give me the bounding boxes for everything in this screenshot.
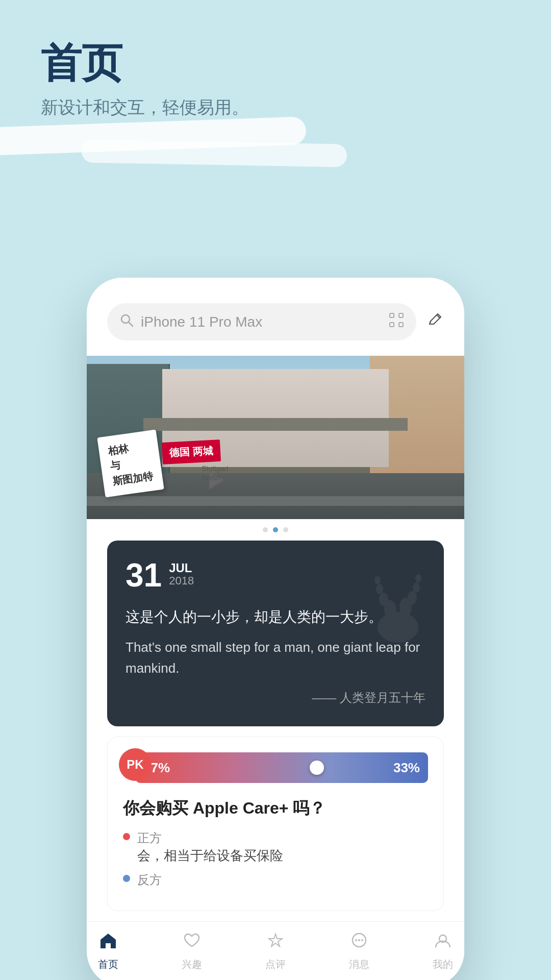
svg-point-9 <box>379 593 388 606</box>
messages-icon <box>350 932 368 953</box>
quote-attribution: —— 人类登月五十年 <box>126 690 425 706</box>
quote-day: 31 <box>126 559 162 592</box>
page-header: 首页 新设计和交互，轻便易用。 <box>0 0 551 135</box>
carousel-dots <box>87 519 464 541</box>
search-bar: iPhone 11 Pro Max <box>107 303 444 340</box>
nav-item-profile[interactable]: 我的 <box>401 932 464 971</box>
edit-icon[interactable] <box>427 311 444 333</box>
svg-line-1 <box>129 322 133 326</box>
pk-con-dot <box>123 875 130 882</box>
banner-image: 柏林与斯图加特 德国 两城 Stuttgar <box>87 356 464 519</box>
svg-point-18 <box>361 939 363 941</box>
pk-gradient-bar: 67% 33% <box>135 752 428 783</box>
pk-card: PK 67% 33% 你会购买 Apple Care+ 吗？ 正方 会，相当于给… <box>107 737 444 911</box>
quote-card: 31 JUL 2018 这是个人的一小步，却是人类的一大步。 That's on… <box>107 541 444 726</box>
profile-icon <box>434 932 452 953</box>
search-input-wrapper[interactable]: iPhone 11 Pro Max <box>107 303 416 340</box>
nav-label-messages: 消息 <box>349 958 369 971</box>
pk-right-percent: 33% <box>393 760 420 775</box>
banner-section: 柏林与斯图加特 德国 两城 Stuttgar <box>87 356 464 541</box>
pk-pro-side: 正方 会，相当于给设备买保险 <box>123 830 428 865</box>
pk-slider-thumb[interactable] <box>310 761 324 775</box>
footprint-decoration <box>362 556 434 650</box>
quote-year: 2018 <box>169 574 194 587</box>
home-icon <box>99 932 117 953</box>
svg-rect-2 <box>390 313 394 317</box>
pk-question: 你会购买 Apple Care+ 吗？ <box>123 797 428 820</box>
banner-tag: 德国 两城 <box>169 445 213 458</box>
page-title: 首页 <box>41 41 510 86</box>
pk-con-side: 反方 <box>123 872 428 888</box>
nav-label-interests: 兴趣 <box>182 958 202 971</box>
nav-item-home[interactable]: 首页 <box>87 932 150 971</box>
svg-point-11 <box>376 584 383 594</box>
nav-item-reviews[interactable]: 点评 <box>234 932 317 971</box>
scan-icon[interactable] <box>389 312 404 331</box>
pk-bar-section: PK 67% 33% <box>123 752 428 783</box>
reviews-icon <box>266 932 285 953</box>
pk-pro-content: 会，相当于给设备买保险 <box>137 846 283 865</box>
phone-mockup: iPhone 11 Pro Max <box>87 278 464 980</box>
nav-item-messages[interactable]: 消息 <box>317 932 401 971</box>
interests-icon <box>183 932 201 953</box>
svg-rect-3 <box>399 313 403 317</box>
pk-pro-dot <box>123 833 130 840</box>
pk-con-label: 反方 <box>137 872 162 888</box>
svg-point-17 <box>358 939 360 941</box>
search-placeholder[interactable]: iPhone 11 Pro Max <box>141 314 382 330</box>
svg-point-14 <box>415 574 421 582</box>
nav-label-profile: 我的 <box>433 958 453 971</box>
dot-3[interactable] <box>283 527 288 532</box>
phone-mockup-wrapper: iPhone 11 Pro Max <box>0 278 551 980</box>
svg-point-6 <box>378 612 418 643</box>
svg-point-12 <box>413 582 420 593</box>
dot-2[interactable] <box>273 527 278 532</box>
pk-badge: PK <box>119 748 152 781</box>
svg-rect-4 <box>390 323 394 327</box>
dot-1[interactable] <box>263 527 268 532</box>
bottom-nav: 首页 兴趣 点评 <box>87 921 464 980</box>
search-icon <box>119 313 134 331</box>
svg-point-10 <box>408 591 417 604</box>
quote-month: JUL <box>169 562 194 574</box>
nav-label-reviews: 点评 <box>265 958 286 971</box>
nav-item-interests[interactable]: 兴趣 <box>150 932 234 971</box>
pk-pro-label: 正方 <box>137 830 283 846</box>
svg-point-16 <box>355 939 357 941</box>
page-subtitle: 新设计和交互，轻便易用。 <box>41 96 510 119</box>
cloud-decoration-2 <box>82 139 347 167</box>
banner-location: StuttgartBerlin <box>202 464 229 482</box>
banner-card-text: 柏林与斯图加特 <box>108 443 154 487</box>
svg-point-13 <box>374 576 381 584</box>
nav-label-home: 首页 <box>98 958 118 971</box>
svg-rect-5 <box>399 323 403 327</box>
